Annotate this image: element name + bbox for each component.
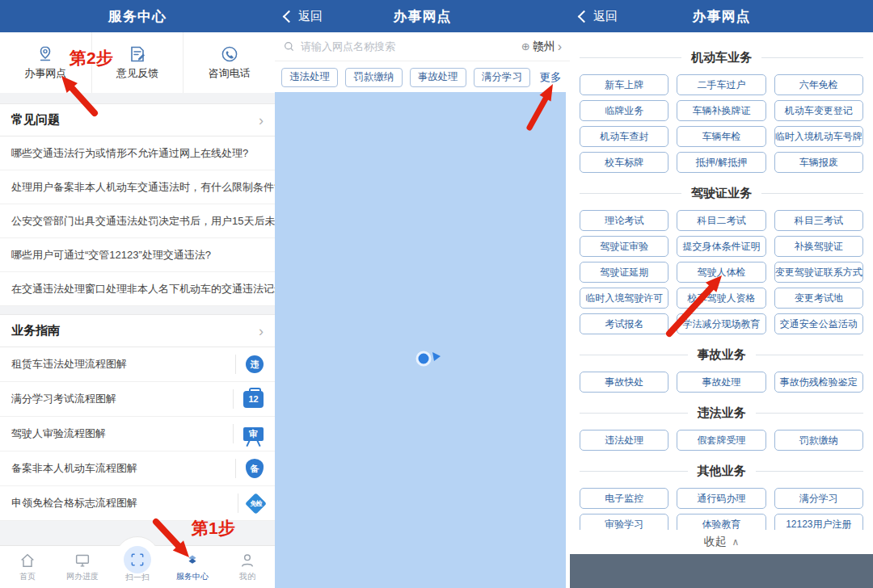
service-grid: 理论考试科目二考试科目三考试驾驶证审验提交身体条件证明补换驾驶证驾驶证延期驾驶人…	[580, 210, 863, 334]
review-board-icon: 审	[243, 427, 264, 441]
current-location-marker	[414, 347, 443, 368]
chevron-right-icon: ›	[259, 324, 264, 338]
service-button[interactable]: 二手车过户	[677, 74, 765, 95]
tab-profile[interactable]: 我的	[220, 546, 275, 588]
service-button[interactable]: 理论考试	[580, 210, 668, 231]
service-button[interactable]: 校车驾驶人资格	[677, 288, 765, 309]
more-filters-button[interactable]: 更多	[538, 70, 563, 85]
section-title: 事故业务	[698, 347, 746, 363]
faq-item[interactable]: 哪些交通违法行为或情形不允许通过网上在线处理?	[0, 136, 275, 170]
faq-item[interactable]: 公安交管部门出具交通违法处罚决定书后，用户15天后未及...	[0, 204, 275, 238]
service-button[interactable]: 违法处理	[580, 430, 668, 451]
section-header: 违法业务	[580, 404, 863, 422]
service-button[interactable]: 驾驶证延期	[580, 262, 668, 283]
map-canvas[interactable]	[275, 92, 566, 588]
service-button[interactable]: 罚款缴纳	[774, 430, 863, 451]
service-center-icon	[183, 552, 201, 569]
divider	[233, 389, 234, 409]
record-shield-icon: 备	[246, 459, 264, 478]
service-button[interactable]: 事故伤残检验鉴定	[774, 372, 863, 393]
service-button[interactable]: 补换驾驶证	[774, 236, 863, 257]
back-button[interactable]: 返回	[285, 0, 323, 32]
service-button[interactable]: 新车上牌	[580, 74, 668, 95]
search-row: 请输入网点名称搜索 ⊕ 赣州 ›	[275, 32, 570, 61]
back-chevron-icon	[578, 10, 591, 23]
tab-service-center[interactable]: 服务中心	[165, 546, 220, 588]
service-button[interactable]: 机动车查封	[580, 126, 668, 147]
service-button[interactable]: 科目三考试	[774, 210, 863, 231]
service-button[interactable]: 变更驾驶证联系方式	[774, 262, 863, 283]
section-title: 常见问题	[11, 112, 60, 128]
bottom-tab-bar: 首页 网办进度 扫一扫 服务中心 我的	[0, 545, 275, 588]
home-icon	[19, 552, 36, 569]
service-button[interactable]: 科目二考试	[677, 210, 765, 231]
service-button[interactable]: 变更考试地	[774, 288, 863, 309]
guide-item[interactable]: 申领免检合格标志流程图解 免检	[0, 486, 275, 521]
right-appbar: 返回 办事网点	[570, 0, 873, 32]
service-button[interactable]: 交通安全公益活动	[774, 313, 863, 334]
service-grid: 违法处理假套牌受理罚款缴纳	[580, 430, 863, 451]
search-input[interactable]: 请输入网点名称搜索	[283, 40, 515, 54]
section-header: 驾驶证业务	[580, 184, 863, 202]
quick-action-label: 意见反馈	[116, 66, 158, 81]
service-button[interactable]: 驾驶人体检	[677, 262, 765, 283]
study-case-icon: 12	[243, 391, 264, 408]
service-button[interactable]: 车辆年检	[677, 126, 765, 147]
quick-action-hotline[interactable]: 咨询电话	[183, 32, 275, 93]
feedback-doc-icon	[128, 44, 147, 64]
divider	[233, 424, 234, 443]
divider	[235, 459, 236, 478]
business-sections: 机动车业务新车上牌二手车过户六年免检临牌业务车辆补换牌证机动车变更登记机动车查封…	[570, 32, 873, 588]
service-button[interactable]: 临时入境机动车号牌	[774, 126, 863, 147]
service-button[interactable]: 六年免检	[774, 74, 863, 95]
faq-item[interactable]: 处理用户备案非本人机动车交通违法时，有什么限制条件?	[0, 170, 275, 204]
service-button[interactable]: 临牌业务	[580, 100, 668, 121]
search-placeholder: 请输入网点名称搜索	[301, 40, 395, 54]
service-button[interactable]: 学法减分现场教育	[677, 313, 765, 334]
faq-item[interactable]: 哪些用户可通过“交管12123”处理交通违法?	[0, 238, 275, 272]
guide-item[interactable]: 租赁车违法处理流程图解 违	[0, 347, 275, 382]
service-button[interactable]: 通行码办理	[677, 488, 765, 509]
service-grid: 新车上牌二手车过户六年免检临牌业务车辆补换牌证机动车变更登记机动车查封车辆年检临…	[580, 74, 863, 173]
service-button[interactable]: 机动车变更登记	[774, 100, 863, 121]
filter-button[interactable]: 满分学习	[474, 68, 530, 87]
service-button[interactable]: 事故处理	[677, 372, 765, 393]
service-button[interactable]: 抵押/解抵押	[677, 152, 765, 173]
guide-item[interactable]: 驾驶人审验流程图解 审	[0, 417, 275, 452]
back-button[interactable]: 返回	[580, 0, 618, 32]
service-button[interactable]: 假套牌受理	[677, 430, 765, 451]
guide-item[interactable]: 备案非本人机动车流程图解 备	[0, 452, 275, 486]
faq-section-header[interactable]: 常见问题 ›	[0, 103, 275, 136]
service-button[interactable]: 临时入境驾驶许可	[580, 288, 668, 309]
section-title: 机动车业务	[691, 50, 752, 65]
service-button[interactable]: 事故快处	[580, 372, 668, 393]
service-button[interactable]: 满分学习	[774, 488, 863, 509]
service-button[interactable]: 提交身体条件证明	[677, 236, 765, 257]
service-button[interactable]: 车辆补换牌证	[677, 100, 765, 121]
city-selector[interactable]: ⊕ 赣州 ›	[521, 40, 562, 54]
service-center-screen: 服务中心 办事网点 意见反馈 咨询电话 常见问题 › 哪些交通违法行为或情形不允…	[0, 0, 275, 588]
tab-home[interactable]: 首页	[0, 546, 55, 588]
service-button[interactable]: 校车标牌	[580, 152, 668, 173]
filter-button[interactable]: 事故处理	[410, 68, 466, 87]
page-title: 服务中心	[108, 7, 167, 26]
guide-item[interactable]: 满分学习考试流程图解 12	[0, 382, 275, 417]
faq-item[interactable]: 在交通违法处理窗口处理非本人名下机动车的交通违法记录...	[0, 272, 275, 306]
exemption-diamond-icon: 免检	[245, 493, 267, 514]
tab-scan[interactable]: 扫一扫	[110, 546, 165, 588]
service-locations-map-screen: 返回 办事网点 请输入网点名称搜索 ⊕ 赣州 › 违法处理 罚款缴纳 事故处理 …	[275, 0, 570, 588]
guide-section-header[interactable]: 业务指南 ›	[0, 314, 275, 347]
service-button[interactable]: 驾驶证审验	[580, 236, 668, 257]
filter-button[interactable]: 罚款缴纳	[345, 68, 402, 87]
phone-icon	[220, 44, 239, 64]
annotation-step1-label: 第1步	[192, 517, 235, 540]
location-pin-icon	[36, 44, 55, 64]
service-button[interactable]: 考试报名	[580, 313, 668, 334]
section-title: 违法业务	[698, 405, 746, 421]
collapse-button[interactable]: 收起 ∧	[570, 530, 873, 554]
tab-progress[interactable]: 网办进度	[55, 546, 110, 588]
filter-button[interactable]: 违法处理	[281, 68, 338, 87]
guide-item-label: 租赁车违法处理流程图解	[11, 357, 230, 372]
service-button[interactable]: 电子监控	[580, 488, 668, 509]
service-button[interactable]: 车辆报废	[774, 152, 863, 173]
